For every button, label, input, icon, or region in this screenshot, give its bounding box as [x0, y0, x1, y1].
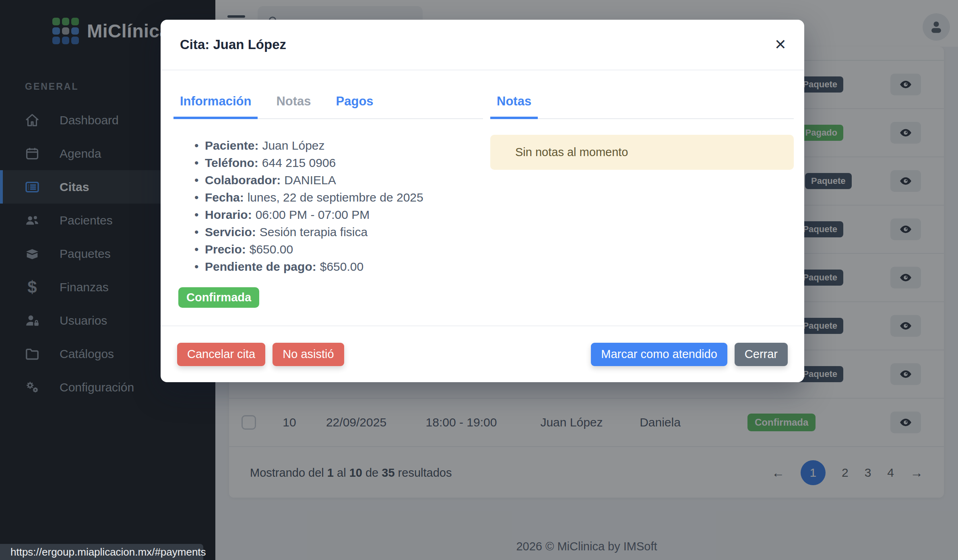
modal-title: Cita: Juan López: [180, 37, 286, 52]
info-tabs: Información Notas Pagos: [173, 70, 483, 119]
tab-notas[interactable]: Notas: [270, 94, 317, 118]
notes-column: Notas Sin notas al momento: [490, 70, 794, 170]
appointment-modal: Cita: Juan López ✕ Información Notas Pag…: [161, 20, 804, 382]
close-icon[interactable]: ✕: [774, 37, 787, 52]
detail-colaborador: Colaborador:DANIELA: [194, 171, 483, 189]
browser-status-url: https://ergoup.miaplicacion.mx/#payments: [0, 544, 203, 560]
close-modal-button[interactable]: Cerrar: [735, 343, 788, 366]
empty-notes-alert: Sin notas al momento: [490, 135, 794, 170]
tab-notas-right[interactable]: Notas: [490, 94, 538, 119]
cancel-appointment-button[interactable]: Cancelar cita: [177, 343, 265, 366]
notes-tabs: Notas: [490, 70, 794, 119]
detail-paciente: Paciente:Juan López: [194, 137, 483, 154]
detail-horario: Horario:06:00 PM - 07:00 PM: [194, 206, 483, 223]
status-badge: Confirmada: [178, 287, 259, 308]
info-column: Información Notas Pagos Paciente:Juan Ló…: [173, 70, 483, 308]
detail-telefono: Teléfono:644 215 0906: [194, 154, 483, 171]
detail-fecha: Fecha:lunes, 22 de septiembre de 2025: [194, 189, 483, 206]
detail-precio: Precio:$650.00: [194, 241, 483, 258]
tab-informacion[interactable]: Información: [173, 94, 258, 119]
appointment-details-list: Paciente:Juan López Teléfono:644 215 090…: [173, 137, 483, 275]
mark-attended-button[interactable]: Marcar como atendido: [591, 343, 727, 366]
detail-servicio: Servicio:Sesión terapia fisica: [194, 223, 483, 241]
detail-pendiente: Pendiente de pago:$650.00: [194, 258, 483, 275]
tab-pagos[interactable]: Pagos: [330, 94, 380, 118]
no-show-button[interactable]: No asistió: [273, 343, 344, 366]
modal-body: Información Notas Pagos Paciente:Juan Ló…: [161, 70, 804, 325]
app-screen: MiClínica GENERAL Dashboard Agenda Citas: [0, 0, 958, 560]
modal-header: Cita: Juan López ✕: [161, 20, 804, 70]
modal-footer: Cancelar cita No asistió Marcar como ate…: [161, 325, 804, 382]
